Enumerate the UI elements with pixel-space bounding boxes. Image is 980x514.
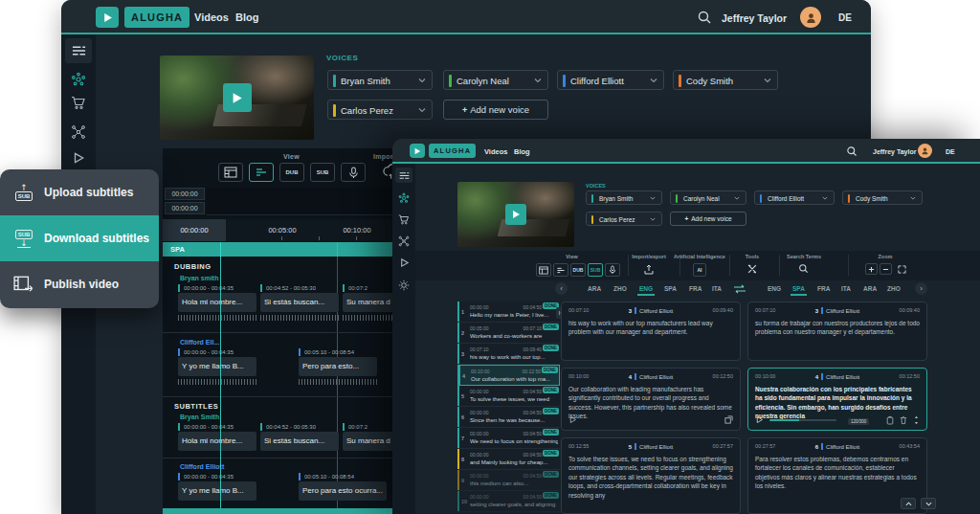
nav-videos[interactable]: Videos xyxy=(194,11,229,23)
user-name[interactable]: Jeffrey Taylor xyxy=(873,148,916,155)
subtitle-panel-spa-4-selected[interactable]: 00:10:00 4Clifford Elliott 00:12:50 Nues… xyxy=(747,368,927,431)
view-sub-button[interactable]: SUB xyxy=(310,163,335,182)
play-nav-icon[interactable] xyxy=(72,151,85,165)
zoom-out-button[interactable] xyxy=(880,263,892,275)
view-list-button[interactable] xyxy=(249,163,274,182)
tab-ara-left[interactable]: ARA xyxy=(588,285,601,292)
view-dub-button[interactable]: DUB xyxy=(279,163,304,182)
play-audio-icon[interactable] xyxy=(755,415,764,424)
tab-ita-left[interactable]: ITA xyxy=(712,285,722,292)
subtitle-list-item-8[interactable]: 800:00:0000:04:50DONEand Mainly looking … xyxy=(457,449,560,470)
playhead-line[interactable] xyxy=(220,242,221,508)
subtitle-list-item-9[interactable]: 900:00:0000:04:50DONEthis medium can als… xyxy=(457,470,560,491)
alugha-hub-icon[interactable] xyxy=(71,72,86,87)
view-dub-button[interactable]: DUB xyxy=(570,263,586,277)
video-play-button[interactable] xyxy=(505,204,526,225)
dubbing-block[interactable]: 00:00:00 - 00:04:35Hola mi nombre... xyxy=(178,283,256,321)
copy-to-side-icon[interactable] xyxy=(724,415,733,424)
swap-languages-icon[interactable] xyxy=(733,284,746,294)
import-export-icon[interactable] xyxy=(643,263,655,275)
dubbing-block[interactable]: 00:05:10 - 00:08:54Pero para esto... xyxy=(299,347,377,385)
voice-select-cody[interactable]: Cody Smith xyxy=(842,190,923,205)
view-sub-button[interactable]: SUB xyxy=(588,263,603,277)
zoom-in-button[interactable] xyxy=(865,263,878,275)
panel-text[interactable]: To solve these issues, we need to focus … xyxy=(568,455,733,500)
subtitle-panel-eng-3[interactable]: 00:07:10 3Clifford Elliott 00:09:40 his … xyxy=(561,302,741,361)
share-network-icon[interactable] xyxy=(71,124,86,140)
subtitle-list-item-7[interactable]: 700:00:0000:04:50DONEWe need to focus on… xyxy=(457,428,560,449)
add-voice-button[interactable]: +Add new voice xyxy=(670,212,746,226)
panel-text[interactable]: Our collaboration with leading manufactu… xyxy=(568,385,733,421)
search-icon[interactable] xyxy=(697,10,712,25)
video-thumbnail[interactable] xyxy=(160,56,314,140)
tab-ara-right[interactable]: ARA xyxy=(863,285,877,292)
tab-spa-left[interactable]: SPA xyxy=(664,285,677,292)
voice-select-clifford[interactable]: Clifford Elliott xyxy=(557,70,664,90)
gear-icon[interactable] xyxy=(398,279,410,291)
subtitle-list-item-4-selected[interactable]: 400:10:0000:12:50DONEOur collaboration w… xyxy=(457,365,560,386)
menu-toggle-button[interactable] xyxy=(65,38,92,63)
view-mic-button[interactable] xyxy=(605,263,620,277)
cart-icon[interactable] xyxy=(71,96,86,110)
clipboard-icon[interactable] xyxy=(886,415,894,425)
subtitle-list-item-2[interactable]: 200:05:0000:07:10DONEWorkers and co-work… xyxy=(457,323,560,344)
view-grid-button[interactable] xyxy=(218,163,243,182)
voice-select-bryan[interactable]: Bryan Smith xyxy=(586,190,662,205)
menu-toggle-button[interactable] xyxy=(395,168,412,183)
tab-ita-right[interactable]: ITA xyxy=(841,285,851,292)
alugha-logo-text[interactable]: ALUGHA xyxy=(124,7,189,28)
dubbing-block[interactable]: 00:00:00 - 00:04:35Y yo me llamo B... xyxy=(178,347,256,385)
alugha-logo-text[interactable]: ALUGHA xyxy=(429,144,476,158)
voice-select-carlos[interactable]: Carlos Perez xyxy=(586,212,662,226)
subtitle-block[interactable]: 00:05:10 - 00:08:54Pero para esto ocurra… xyxy=(299,472,387,501)
audio-progress-bar[interactable] xyxy=(769,419,836,421)
tools-icon[interactable] xyxy=(746,263,758,275)
play-audio-icon[interactable] xyxy=(568,415,577,424)
view-grid-button[interactable] xyxy=(536,263,551,277)
play-nav-icon[interactable] xyxy=(399,257,410,268)
user-name[interactable]: Jeffrey Taylor xyxy=(722,12,787,24)
subtitle-list-item-10[interactable]: 1000:00:0000:04:50DONEsetting clearer go… xyxy=(457,491,560,512)
subtitle-list-item-5[interactable]: 500:00:0000:04:50DONETo solve these issu… xyxy=(457,386,560,407)
nav-videos[interactable]: Videos xyxy=(484,147,507,156)
subtitle-list-item-6[interactable]: 600:00:0000:04:50DONESince then he was b… xyxy=(457,407,560,428)
voice-select-carolyn[interactable]: Carolyn Neal xyxy=(670,190,746,205)
voice-select-clifford[interactable]: Clifford Elliott xyxy=(754,190,835,205)
voice-select-carolyn[interactable]: Carolyn Neal xyxy=(443,70,548,90)
navigate-previous-button[interactable] xyxy=(901,498,916,509)
tab-fra-right[interactable]: FRA xyxy=(817,285,830,292)
alugha-play-logo-icon[interactable] xyxy=(96,7,119,28)
voice-select-cody[interactable]: Cody Smith xyxy=(673,70,778,90)
trash-icon[interactable] xyxy=(900,415,907,425)
subtitle-panel-spa-3[interactable]: 00:07:10 3Clifford Elliott 00:09:40 su f… xyxy=(747,302,927,361)
subtitle-list-item-1[interactable]: 100:00:0000:04:50DONEHello my name is Pe… xyxy=(457,302,560,323)
subtitle-panel-eng-5[interactable]: 00:12:55 5Clifford Elliott 00:27:57 To s… xyxy=(561,437,741,514)
cart-icon[interactable] xyxy=(398,214,410,225)
subtitle-block[interactable]: 00:04:52 - 00:05:30Si estás buscan... xyxy=(260,422,339,451)
timecode-field-1[interactable]: 00:00:00 xyxy=(165,188,205,200)
voice-select-carlos[interactable]: Carlos Perez xyxy=(327,100,433,120)
sort-arrows-icon[interactable] xyxy=(913,415,920,425)
language-selector[interactable]: DE xyxy=(838,12,852,23)
video-play-button[interactable] xyxy=(223,83,252,112)
dubbing-block[interactable]: 00:04:52 - 00:05:30Si estás buscan... xyxy=(260,283,339,321)
subtitle-list-item-3[interactable]: 300:07:1000:09:40DONEhis way to work wit… xyxy=(457,344,560,365)
video-thumbnail[interactable] xyxy=(457,182,574,247)
search-icon[interactable] xyxy=(846,145,858,157)
subtitle-panel-eng-4[interactable]: 00:10:00 4Clifford Elliott 00:12:50 Our … xyxy=(561,368,741,431)
add-voice-button[interactable]: +Add new voice xyxy=(443,100,548,120)
panel-text[interactable]: his way to work with our top manufacture… xyxy=(568,319,733,337)
search-terms-icon[interactable] xyxy=(798,263,809,274)
alugha-hub-icon[interactable] xyxy=(398,192,410,204)
view-list-button[interactable] xyxy=(553,263,568,277)
avatar[interactable] xyxy=(918,144,932,158)
tab-eng-left-active[interactable]: ENG xyxy=(639,285,653,292)
alugha-play-logo-icon[interactable] xyxy=(410,144,425,158)
voice-select-bryan[interactable]: Bryan Smith xyxy=(327,70,433,90)
menu-item-upload-subtitles[interactable]: ↑SUB Upload subtitles xyxy=(0,169,159,215)
ai-button[interactable]: AI xyxy=(693,263,706,277)
panel-text[interactable]: Para resolver estos problemas, debemos c… xyxy=(755,455,920,491)
share-network-icon[interactable] xyxy=(398,235,410,247)
nav-blog[interactable]: Blog xyxy=(235,11,258,23)
tab-fra-left[interactable]: FRA xyxy=(689,285,702,292)
